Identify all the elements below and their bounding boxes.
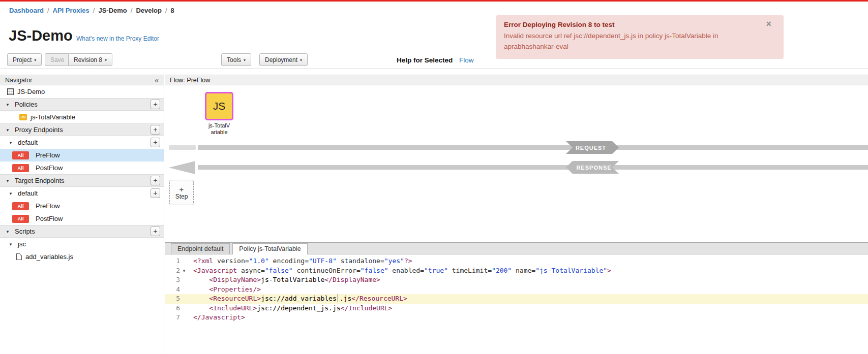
line-number: 4: [165, 285, 180, 295]
line-gutter: 7: [165, 313, 189, 323]
caret-down-icon: ▾: [4, 178, 11, 183]
code-line-content: <DisplayName>js-TotalVariable</DisplayNa…: [189, 275, 380, 285]
error-banner: Error Deploying Revision 8 to test Inval…: [496, 15, 784, 59]
proxy-bundle-icon: [7, 88, 14, 95]
nav-row-target-endpoints[interactable]: ▾Target Endpoints+: [0, 174, 164, 187]
fold-gutter-spacer: [180, 275, 188, 285]
navigator-panel: Navigator « JS-Demo▾Policies+JSjs-TotalV…: [0, 75, 164, 354]
page-title: JS-Demo: [9, 27, 73, 44]
all-condition-badge: All: [12, 215, 29, 223]
nav-row-jsc[interactable]: ▾jsc: [0, 238, 164, 250]
proxy-editor-page: Dashboard/API Proxies/JS-Demo/Develop/8 …: [0, 0, 868, 354]
nav-row-scripts[interactable]: ▾Scripts+: [0, 225, 164, 238]
caret-down-icon: ▾: [7, 191, 14, 196]
fold-gutter-spacer: [180, 313, 188, 323]
request-flow-stub: [169, 145, 196, 150]
chevron-down-icon: ▾: [105, 58, 107, 62]
nav-row-preflow[interactable]: AllPreFlow: [0, 200, 164, 212]
add-button[interactable]: +: [151, 125, 160, 135]
nav-row-postflow[interactable]: AllPostFlow: [0, 212, 164, 225]
breadcrumb-item-js-demo: JS-Demo: [98, 7, 127, 14]
line-number: 1: [165, 256, 180, 266]
breadcrumb-item-8: 8: [171, 7, 174, 14]
editor-tab-policy-js-totalvariable[interactable]: Policy js-TotalVariable: [232, 243, 307, 254]
policy-node-js-totalvariable[interactable]: JS js-TotalVariable: [201, 92, 237, 136]
line-gutter: 4: [165, 285, 189, 295]
add-button[interactable]: +: [151, 227, 160, 236]
code-line-content: <ResourceURL>jsc://add_variables.js</Res…: [189, 294, 407, 304]
nav-row-postflow[interactable]: AllPostFlow: [0, 162, 164, 174]
revision-button-label: Revision 8: [74, 56, 102, 63]
nav-item-label: Policies: [15, 101, 38, 108]
whats-new-link[interactable]: What's new in the Proxy Editor: [76, 35, 159, 42]
all-condition-badge: All: [12, 202, 29, 210]
line-number: 7: [165, 313, 180, 323]
tools-button[interactable]: Tools▾: [221, 53, 251, 66]
line-gutter: 5: [165, 294, 189, 304]
error-banner-message: Invalid resource url ref jsc://dependent…: [504, 31, 759, 52]
line-number: 6: [165, 304, 180, 313]
code-line-2[interactable]: 2▾<Javascript async="false" continueOnEr…: [165, 266, 868, 276]
js-policy-node-icon-label: JS: [213, 100, 226, 112]
add-button[interactable]: +: [151, 188, 160, 198]
flow-help-link[interactable]: Flow: [459, 56, 474, 64]
nav-item-label: PostFlow: [36, 215, 63, 222]
breadcrumb-item-dashboard[interactable]: Dashboard: [9, 7, 44, 14]
line-gutter: 6: [165, 304, 189, 313]
code-editor[interactable]: 1<?xml version="1.0" encoding="UTF-8" st…: [165, 254, 868, 323]
caret-down-icon: ▾: [4, 127, 11, 133]
nav-item-label: jsc: [18, 240, 26, 248]
nav-row-js-totalvariable[interactable]: JSjs-TotalVariable: [0, 111, 164, 123]
editor-tab-endpoint-default[interactable]: Endpoint default: [171, 243, 230, 254]
flow-panel-header: Flow: PreFlow: [165, 75, 868, 85]
code-line-content: </Javascript>: [189, 313, 245, 323]
project-button[interactable]: Project▾: [7, 53, 42, 66]
code-line-6[interactable]: 6 <IncludeURL>jsc://dependent_js.js</Inc…: [165, 304, 868, 313]
nav-item-label: PreFlow: [36, 151, 60, 159]
add-button[interactable]: +: [151, 138, 160, 147]
nav-item-label: default: [18, 189, 38, 197]
navigator-title: Navigator: [5, 77, 33, 84]
code-line-4[interactable]: 4 <Properties/>: [165, 285, 868, 295]
nav-row-default[interactable]: ▾default+: [0, 187, 164, 200]
fold-gutter-spacer: [180, 294, 188, 304]
chevron-down-icon: ▾: [34, 58, 36, 62]
nav-row-add-variables-js[interactable]: add_variables.js: [0, 250, 164, 263]
top-accent-bar: [0, 0, 868, 2]
code-line-5[interactable]: 5 <ResourceURL>jsc://add_variables.js</R…: [165, 294, 868, 304]
collapse-sidebar-icon[interactable]: «: [155, 76, 159, 84]
deployment-button[interactable]: Deployment▾: [259, 53, 308, 66]
code-line-1[interactable]: 1<?xml version="1.0" encoding="UTF-8" st…: [165, 256, 868, 266]
nav-item-label: default: [18, 139, 38, 146]
fold-gutter-spacer: [180, 285, 188, 295]
breadcrumb-item-develop: Develop: [136, 7, 162, 14]
revision-button[interactable]: Revision 8▾: [68, 53, 112, 66]
breadcrumb-separator: /: [47, 7, 49, 14]
add-step-button[interactable]: + Step: [169, 180, 194, 205]
nav-row-default[interactable]: ▾default+: [0, 136, 164, 149]
error-banner-title: Error Deploying Revision 8 to test: [504, 21, 759, 28]
caret-down-icon: ▾: [4, 102, 11, 107]
code-line-content: <IncludeURL>jsc://dependent_js.js</Inclu…: [189, 304, 392, 313]
code-line-content: <Properties/>: [189, 285, 261, 295]
save-button[interactable]: Save: [45, 53, 70, 66]
request-arrow-badge: REQUEST: [566, 141, 619, 154]
breadcrumb: Dashboard/API Proxies/JS-Demo/Develop/8: [9, 7, 174, 14]
nav-row-proxy-endpoints[interactable]: ▾Proxy Endpoints+: [0, 123, 164, 136]
code-line-7[interactable]: 7</Javascript>: [165, 313, 868, 323]
code-line-3[interactable]: 3 <DisplayName>js-TotalVariable</Display…: [165, 275, 868, 285]
nav-item-label: Proxy Endpoints: [15, 126, 63, 134]
nav-row-preflow[interactable]: AllPreFlow: [0, 149, 164, 162]
add-button[interactable]: +: [151, 176, 160, 185]
nav-item-label: JS-Demo: [17, 88, 45, 95]
nav-item-label: add_variables.js: [25, 253, 73, 261]
fold-caret-icon[interactable]: ▾: [180, 266, 188, 276]
flow-canvas: JS js-TotalVariable REQUEST RESPONSE + S…: [165, 85, 868, 242]
close-icon[interactable]: ×: [766, 19, 771, 28]
add-button[interactable]: +: [151, 100, 160, 109]
policy-node-label: js-TotalVariable: [201, 122, 237, 136]
fold-gutter-spacer: [180, 304, 188, 313]
nav-row-policies[interactable]: ▾Policies+: [0, 98, 164, 111]
breadcrumb-item-api-proxies[interactable]: API Proxies: [53, 7, 89, 14]
nav-row-js-demo[interactable]: JS-Demo: [0, 85, 164, 98]
